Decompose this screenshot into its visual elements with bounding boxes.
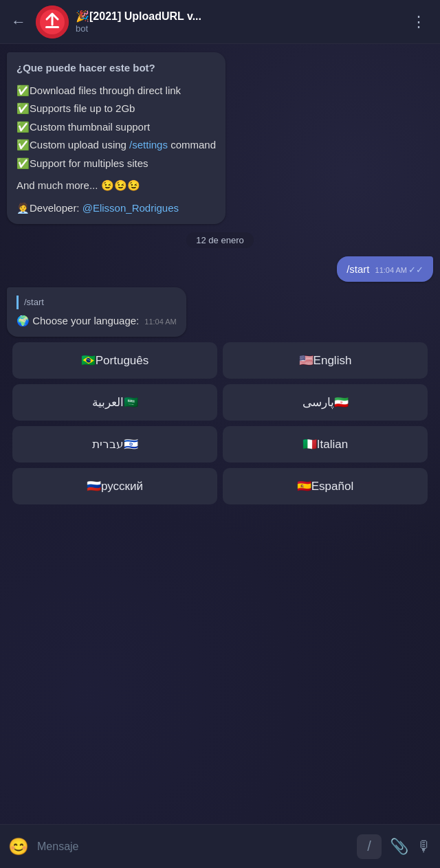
attachment-button[interactable]: 📎 bbox=[390, 838, 408, 856]
message-input[interactable] bbox=[37, 841, 349, 853]
lang-button-portuguese[interactable]: 🇧🇷Português bbox=[12, 342, 217, 379]
lang-emoji-es: 🇪🇸 bbox=[297, 480, 311, 493]
lang-button-spanish[interactable]: 🇪🇸Español bbox=[223, 468, 428, 504]
extra-text: And much more... 😉😉😉 bbox=[16, 178, 216, 194]
lang-emoji-ar: 🇸🇦 bbox=[124, 396, 138, 409]
slash-command-button[interactable]: / bbox=[357, 834, 382, 859]
bot-language-message: /start 🌍 Choose your language: 11:04 AM bbox=[7, 287, 186, 337]
bot-response-time: 11:04 AM bbox=[144, 316, 176, 328]
lang-emoji-pt: 🇧🇷 bbox=[81, 354, 96, 367]
chat-title: 🎉[2021] UploadURL v... bbox=[76, 10, 406, 23]
lang-button-farsi[interactable]: پارسی🇮🇷 bbox=[223, 384, 428, 421]
bot-info-message: ¿Que puede hacer este bot? ✅Download fil… bbox=[7, 52, 226, 224]
back-button[interactable]: ← bbox=[8, 10, 29, 34]
lang-emoji-it: 🇮🇹 bbox=[302, 438, 317, 451]
input-bar: 😊 / 📎 🎙 bbox=[0, 824, 440, 868]
feature-1: ✅Download files through direct link bbox=[16, 83, 216, 99]
lang-button-russian[interactable]: 🇷🇺русский bbox=[12, 468, 217, 504]
lang-emoji-fa: 🇮🇷 bbox=[334, 396, 349, 409]
feature-2: ✅Supports file up to 2Gb bbox=[16, 101, 216, 117]
feature-5: ✅Support for multiples sites bbox=[16, 156, 216, 172]
feature-4: ✅Custom upload using /settings command bbox=[16, 137, 216, 153]
chat-area: ¿Que puede hacer este bot? ✅Download fil… bbox=[0, 44, 440, 824]
header-info: 🎉[2021] UploadURL v... bot bbox=[76, 10, 406, 33]
message-status: ✓✓ bbox=[408, 265, 424, 275]
lang-button-italian[interactable]: 🇮🇹Italian bbox=[223, 426, 428, 463]
chat-subtitle: bot bbox=[76, 23, 406, 34]
emoji-button[interactable]: 😊 bbox=[8, 837, 29, 856]
developer-link[interactable]: @Elisson_Rodrigues bbox=[82, 202, 179, 214]
date-separator: 12 de enero bbox=[186, 232, 253, 248]
lang-button-english[interactable]: 🇺🇸English bbox=[223, 342, 428, 379]
bot-question: ¿Que puede hacer este bot? bbox=[16, 60, 216, 76]
lang-button-arabic[interactable]: العربية🇸🇦 bbox=[12, 384, 217, 421]
developer-info: 🧑‍💼Developer: @Elisson_Rodrigues bbox=[16, 201, 216, 216]
bot-avatar[interactable] bbox=[36, 5, 69, 38]
lang-emoji-en: 🇺🇸 bbox=[299, 354, 314, 367]
header-menu-button[interactable]: ⋮ bbox=[406, 10, 432, 34]
feature-3: ✅Custom thumbnail support bbox=[16, 120, 216, 135]
user-message-start: /start 11:04 AM ✓✓ bbox=[337, 256, 433, 282]
svg-rect-2 bbox=[45, 26, 59, 28]
language-prompt: 🌍 Choose your language: bbox=[16, 313, 139, 329]
lang-emoji-he: 🇮🇱 bbox=[124, 438, 138, 451]
language-buttons-grid: 🇧🇷Português 🇺🇸English العربية🇸🇦 پارسی🇮🇷 … bbox=[7, 342, 433, 510]
user-message-text: /start bbox=[346, 263, 369, 275]
lang-button-hebrew[interactable]: עברית🇮🇱 bbox=[12, 426, 217, 463]
microphone-button[interactable]: 🎙 bbox=[417, 838, 432, 856]
chat-header: ← 🎉[2021] UploadURL v... bot ⋮ bbox=[0, 0, 440, 44]
lang-emoji-ru: 🇷🇺 bbox=[87, 480, 101, 493]
user-message-time: 11:04 AM ✓✓ bbox=[375, 265, 424, 275]
settings-link[interactable]: /settings bbox=[129, 139, 168, 151]
quoted-command: /start bbox=[16, 296, 177, 309]
